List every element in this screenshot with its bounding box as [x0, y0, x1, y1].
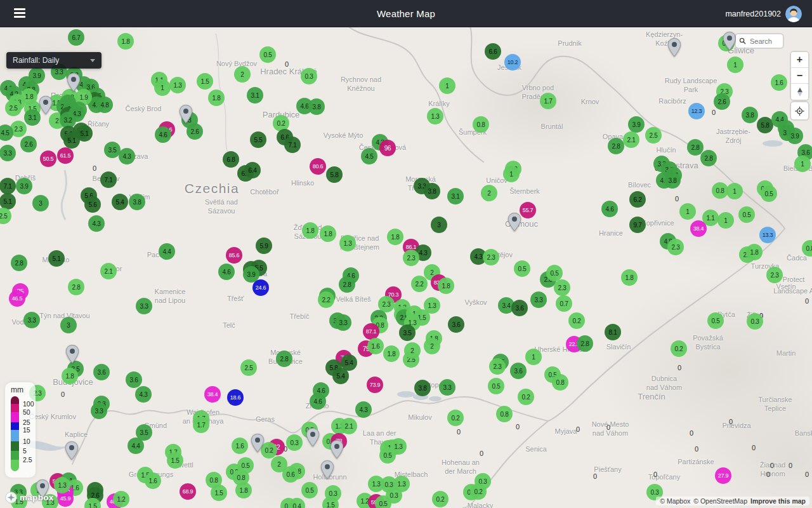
legend-color-bar	[11, 396, 19, 471]
location-pin[interactable]	[508, 213, 521, 232]
location-pin[interactable]	[65, 441, 79, 460]
legend-label: 5	[23, 447, 27, 455]
search-box[interactable]	[736, 34, 783, 48]
location-pin[interactable]	[723, 32, 737, 51]
layer-selector-dropdown[interactable]: Rainfall: Daily	[6, 52, 102, 69]
improve-map-link[interactable]: Improve this map	[750, 497, 806, 505]
legend-body: 1005025151052.5	[11, 396, 36, 471]
layer-selector-label: Rainfall: Daily	[13, 56, 59, 65]
zoom-in-button[interactable]: +	[791, 52, 808, 68]
legend-title: mm	[11, 385, 36, 394]
location-pin[interactable]	[179, 105, 193, 124]
page-title: Weather Map	[0, 8, 812, 19]
search-input[interactable]	[749, 37, 780, 46]
location-pin[interactable]	[251, 434, 265, 453]
rainfall-legend: mm 1005025151052.5	[5, 382, 36, 478]
compass-icon	[796, 87, 804, 97]
chevron-down-icon	[90, 59, 95, 62]
legend-label: 10	[23, 438, 30, 445]
search-icon	[739, 36, 746, 47]
legend-label: 50	[23, 408, 30, 416]
geolocate-button[interactable]	[791, 102, 808, 119]
user-menu[interactable]: manfred201902	[725, 0, 802, 27]
location-pin[interactable]	[330, 440, 344, 459]
location-pin[interactable]	[320, 460, 334, 479]
compass-button[interactable]	[791, 84, 808, 100]
location-pin[interactable]	[65, 345, 79, 364]
mapbox-logo[interactable]: mapbox	[5, 491, 54, 504]
location-pin[interactable]	[667, 38, 681, 57]
mapbox-logo-text: mapbox	[20, 493, 54, 502]
map-canvas[interactable]: CzechiaPrahaŘíčanyČeský BrodSázavaNový B…	[0, 27, 812, 508]
location-pin[interactable]	[306, 428, 320, 447]
attribution-osm-link[interactable]: © OpenStreetMap	[693, 497, 747, 505]
legend-label: 15	[23, 426, 30, 434]
legend-label: 100	[23, 400, 34, 408]
legend-label: 2.5	[23, 456, 32, 464]
mapbox-logo-icon	[5, 491, 17, 504]
map-attribution: © Mapbox © OpenStreetMap Improve this ma…	[656, 497, 809, 505]
legend-label: 25	[23, 418, 30, 426]
map-nav-controls: + −	[791, 52, 808, 100]
attribution-mapbox-link[interactable]: © Mapbox	[660, 497, 690, 505]
avatar[interactable]	[785, 6, 802, 22]
location-pin[interactable]	[67, 73, 81, 92]
zoom-out-button[interactable]: −	[791, 68, 808, 84]
username: manfred201902	[725, 10, 781, 18]
location-pin[interactable]	[39, 96, 53, 115]
app-header: Weather Map manfred201902	[0, 0, 812, 27]
pins-layer	[0, 27, 812, 508]
geolocate-icon	[795, 106, 804, 116]
